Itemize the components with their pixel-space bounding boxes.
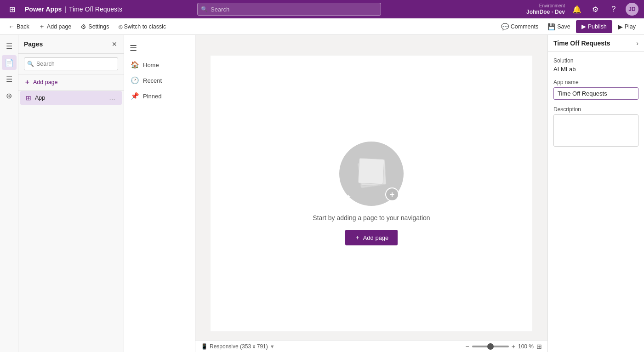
pages-search-icon: 🔍 [27, 61, 34, 67]
pages-stack [355, 158, 388, 190]
brand-separator: | [64, 6, 66, 13]
placeholder-illustration: ✦ ✦ ✦ + [339, 142, 404, 206]
canvas-add-page-label: Add page [363, 234, 389, 241]
pages-panel-close-button[interactable]: ✕ [111, 40, 118, 49]
settings-gear-icon: ⚙ [80, 23, 86, 30]
description-label: Description [553, 106, 638, 113]
canvas-content: ✦ ✦ ✦ + Start by adding a page to your n… [211, 56, 532, 331]
sidebar-icon-rail: ☰ 📄 ☰ ⊕ [0, 35, 18, 352]
solution-value: ALMLab [553, 66, 576, 73]
sparkle-icon-1: ✦ [344, 146, 349, 153]
canvas-add-page-button[interactable]: ＋ Add page [345, 230, 398, 245]
add-page-label: Add page [47, 23, 72, 30]
responsive-label: Responsive (353 x 791) [210, 343, 268, 350]
right-panel-title: Time Off Requests [553, 40, 610, 47]
pages-panel-title: Pages [24, 40, 43, 48]
comments-button[interactable]: 💬 Comments [497, 20, 542, 33]
environment-label: Environment [539, 3, 565, 9]
description-field: Description [553, 106, 638, 148]
back-label: Back [17, 23, 29, 30]
pages-panel-header: Pages ✕ [18, 35, 124, 54]
pages-search-area: 🔍 [18, 54, 124, 74]
responsive-device-icon: 📱 [201, 343, 208, 350]
page-item-app[interactable]: ⊞ App … [20, 91, 122, 105]
nav-item-pinned-label: Pinned [143, 93, 161, 100]
notification-icon[interactable]: 🔔 [570, 3, 583, 16]
app-name-input[interactable] [553, 87, 638, 100]
page-layer-3 [358, 158, 385, 185]
nav-preview-hamburger[interactable]: ☰ [124, 40, 195, 57]
main-layout: ☰ 📄 ☰ ⊕ Pages ✕ 🔍 ＋ Add page ⊞ App … ☰ [0, 35, 644, 352]
zoom-level-label: 100 % [518, 343, 534, 350]
save-button[interactable]: 💾 Save [544, 20, 574, 33]
pinned-icon: 📌 [131, 92, 139, 100]
publish-icon: ▶ [581, 23, 586, 30]
play-button[interactable]: ▶ Play [614, 20, 639, 33]
sidebar-hamburger-icon[interactable]: ☰ [2, 39, 17, 53]
settings-button[interactable]: ⚙ Settings [77, 20, 113, 33]
solution-field: Solution ALMLab [553, 57, 638, 73]
play-label: Play [625, 23, 636, 30]
app-title: Time Off Requests [69, 6, 122, 13]
search-icon: 🔍 [201, 6, 208, 12]
add-badge-icon: + [385, 187, 399, 201]
zoom-slider-thumb [487, 343, 494, 350]
pages-search-input[interactable] [24, 57, 118, 70]
switch-classic-label: Switch to classic [124, 23, 166, 30]
publish-button[interactable]: ▶ Publish [576, 20, 612, 33]
switch-classic-button[interactable]: ⎋ Switch to classic [115, 20, 170, 33]
pages-add-page-label: Add page [33, 79, 58, 85]
page-item-icon: ⊞ [26, 94, 31, 102]
description-textarea[interactable] [553, 114, 638, 147]
zoom-in-button[interactable]: + [512, 343, 515, 350]
grid-icon[interactable]: ⊞ [6, 3, 18, 16]
right-panel-chevron-icon[interactable]: › [636, 40, 638, 47]
zoom-slider[interactable] [472, 346, 509, 347]
responsive-selector[interactable]: 📱 Responsive (353 x 791) ▼ [201, 343, 275, 350]
sidebar-list-icon[interactable]: ☰ [2, 72, 17, 86]
avatar[interactable]: JD [626, 3, 638, 16]
nav-item-recent[interactable]: 🕐 Recent [124, 73, 195, 88]
comments-label: Comments [511, 23, 538, 30]
pages-panel: Pages ✕ 🔍 ＋ Add page ⊞ App … [18, 35, 124, 352]
nav-item-pinned[interactable]: 📌 Pinned [124, 88, 195, 104]
settings-label: Settings [88, 23, 109, 30]
publish-label: Publish [588, 23, 607, 30]
brand-logo: Power Apps | Time Off Requests [25, 6, 122, 13]
zoom-out-button[interactable]: − [466, 343, 469, 350]
help-icon[interactable]: ? [607, 3, 620, 16]
play-icon: ▶ [618, 23, 623, 30]
fit-view-icon[interactable]: ⊞ [536, 343, 542, 350]
back-button[interactable]: ← Back [5, 20, 33, 33]
nav-item-home[interactable]: 🏠 Home [124, 57, 195, 73]
app-name-label: App name [553, 79, 638, 85]
bottom-bar: 📱 Responsive (353 x 791) ▼ − + 100 % ⊞ [195, 340, 547, 352]
add-page-plus-icon: ＋ [24, 78, 30, 86]
app-name-field: App name [553, 79, 638, 100]
sidebar-pages-icon[interactable]: 📄 [2, 55, 17, 70]
top-navigation: ⊞ Power Apps | Time Off Requests 🔍 Envir… [0, 0, 644, 18]
canvas-hint-text: Start by adding a page to your navigatio… [313, 214, 430, 221]
page-item-label: App [35, 95, 104, 101]
toolbar-right: 💬 Comments 💾 Save ▶ Publish ▶ Play [497, 20, 639, 33]
sparkle-icon-2: ✦ [392, 145, 397, 153]
back-icon: ← [8, 23, 15, 30]
nav-item-recent-label: Recent [143, 77, 162, 84]
solution-label: Solution [553, 57, 638, 64]
pages-add-page-button[interactable]: ＋ Add page [18, 74, 124, 91]
canvas-area: ✦ ✦ ✦ + Start by adding a page to your n… [195, 35, 547, 352]
toolbar: ← Back ＋ Add page ⚙ Settings ⎋ Switch to… [0, 18, 644, 35]
right-panel-header: Time Off Requests › [548, 35, 644, 52]
add-page-button[interactable]: ＋ Add page [35, 20, 75, 33]
nav-item-home-label: Home [143, 62, 159, 68]
nav-preview-pane: ☰ 🏠 Home 🕐 Recent 📌 Pinned [124, 35, 195, 352]
page-item-more-button[interactable]: … [108, 94, 116, 102]
sidebar-dataverse-icon[interactable]: ⊕ [2, 88, 17, 103]
home-icon: 🏠 [131, 61, 139, 69]
save-label: Save [557, 23, 570, 30]
settings-icon[interactable]: ⚙ [589, 3, 602, 16]
zoom-controls: − + 100 % ⊞ [466, 343, 542, 350]
global-search-input[interactable] [197, 3, 381, 16]
switch-icon: ⎋ [119, 23, 122, 30]
global-search: 🔍 [197, 3, 381, 16]
